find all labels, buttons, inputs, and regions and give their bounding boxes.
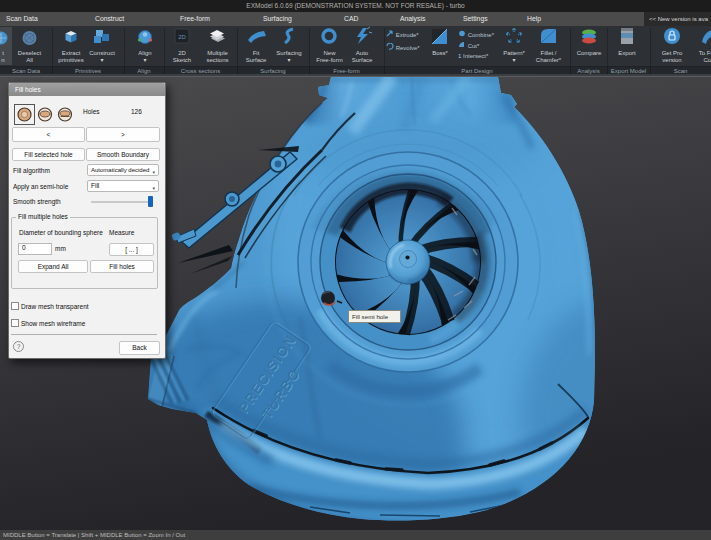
- svg-text:Fill semi hole: Fill semi hole: [352, 313, 389, 320]
- svg-text:2D: 2D: [178, 34, 186, 40]
